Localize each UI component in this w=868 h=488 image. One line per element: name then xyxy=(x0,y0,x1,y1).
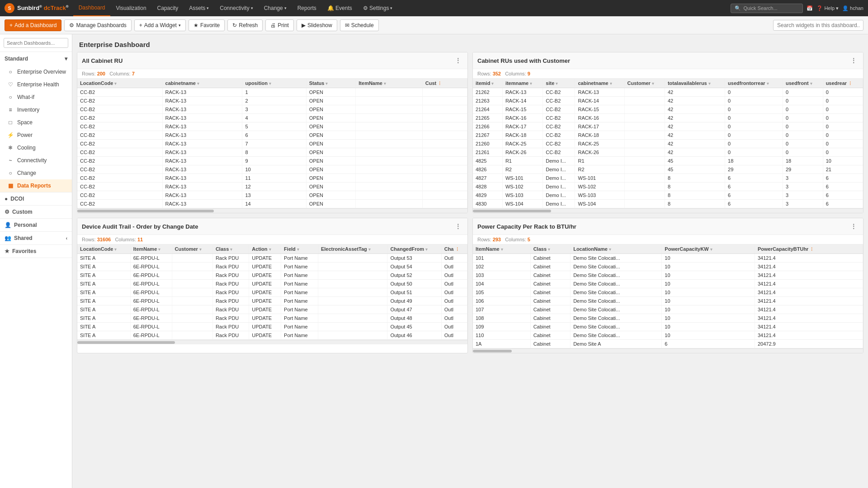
col-powerbtu[interactable]: PowerCapacityBTUhr ⋮ xyxy=(755,244,863,254)
sidebar-item-connectivity[interactable]: ~ Connectivity xyxy=(0,154,72,167)
sidebar-item-power[interactable]: ⚡ Power xyxy=(0,129,72,141)
table-row[interactable]: 103CabinetDemo Site Colocati...1034121.4 xyxy=(473,271,863,280)
table-row[interactable]: 21265RACK-16CC-B2RACK-1642000 xyxy=(473,114,863,122)
table-row[interactable]: 21266RACK-17CC-B2RACK-1742000 xyxy=(473,122,863,131)
table-row[interactable]: CC-B2RACK-1312OPEN xyxy=(77,183,467,191)
col-class[interactable]: Class ▾ xyxy=(212,244,249,254)
table-row[interactable]: 21264RACK-15CC-B2RACK-1542000 xyxy=(473,105,863,114)
col-customer[interactable]: Customer ▾ xyxy=(172,244,212,254)
col-itemid[interactable]: itemid ▾ xyxy=(473,79,502,88)
nav-events[interactable]: 🔔 Events xyxy=(322,0,358,16)
nav-visualization[interactable]: Visualization xyxy=(110,0,151,16)
col-locationcode[interactable]: LocationCode ▾ xyxy=(77,244,130,254)
nav-settings[interactable]: ⚙ Settings ▾ xyxy=(358,0,398,16)
table-row[interactable]: 21267RACK-18CC-B2RACK-1842000 xyxy=(473,131,863,140)
table-row[interactable]: 4829WS-103Demo I...WS-1038636 xyxy=(473,191,863,200)
widget-menu-icon-2[interactable]: ⋮ xyxy=(849,56,859,65)
nav-reports[interactable]: Reports xyxy=(292,0,322,16)
sidebar-item-whatif[interactable]: ○ What-if xyxy=(0,91,72,103)
table-row[interactable]: 4830WS-104Demo I...WS-1048636 xyxy=(473,200,863,208)
table-row[interactable]: 21261RACK-26CC-B2RACK-2642000 xyxy=(473,148,863,157)
table-row[interactable]: CC-B2RACK-1310OPEN xyxy=(77,165,467,174)
sidebar-shared[interactable]: 👥 Shared ‹ xyxy=(0,232,72,245)
help-button[interactable]: ❓ Help ▾ xyxy=(816,5,839,11)
table-row[interactable]: CC-B2RACK-1311OPEN xyxy=(77,174,467,183)
col-powerkw[interactable]: PowerCapacityKW ▾ xyxy=(662,244,755,254)
table-row[interactable]: SITE A6E-RPDU-LRack PDUUPDATEPort NameOu… xyxy=(77,314,467,323)
schedule-button[interactable]: ✉ Schedule xyxy=(340,19,379,31)
nav-connectivity[interactable]: Connectivity ▾ xyxy=(214,0,258,16)
sidebar-dcoi[interactable]: ● DCOI xyxy=(0,192,72,206)
widget-search-input[interactable] xyxy=(773,20,863,31)
sidebar-item-enterprise-overview[interactable]: ○ Enterprise Overview xyxy=(0,66,72,78)
table-row[interactable]: SITE A6E-RPDU-LRack PDUUPDATEPort NameOu… xyxy=(77,271,467,280)
table-row[interactable]: CC-B2RACK-135OPEN xyxy=(77,122,467,131)
table-row[interactable]: CC-B2RACK-139OPEN xyxy=(77,157,467,165)
col-cabinetname[interactable]: cabinetname ▾ xyxy=(162,79,242,88)
table-row[interactable]: 104CabinetDemo Site Colocati...1034121.4 xyxy=(473,280,863,288)
device-audit-table-wrapper[interactable]: LocationCode ▾ ItemName ▾ Customer ▾ Cla… xyxy=(77,244,467,340)
table-row[interactable]: 4827WS-101Demo I...WS-1018636 xyxy=(473,174,863,183)
table-row[interactable]: 4825R1Demo I...R145181810 xyxy=(473,157,863,165)
device-audit-scrollbar[interactable] xyxy=(77,340,467,344)
table-row[interactable]: 21263RACK-14CC-B2RACK-1442000 xyxy=(473,97,863,105)
table-row[interactable]: 106CabinetDemo Site Colocati...1034121.4 xyxy=(473,297,863,305)
cabinet-ru-customer-table-wrapper[interactable]: itemid ▾ itemname ▾ site ▾ cabinetname ▾… xyxy=(473,79,863,208)
calendar-button[interactable]: 📅 xyxy=(807,5,813,11)
col-class[interactable]: Class ▾ xyxy=(530,244,571,254)
col-usedrear[interactable]: usedrear ⋮ xyxy=(823,79,863,88)
table-row[interactable]: CC-B2RACK-132OPEN xyxy=(77,97,467,105)
add-widget-button[interactable]: + Add a Widget ▾ xyxy=(134,19,186,31)
table-row[interactable]: CC-B2RACK-1314OPEN xyxy=(77,200,467,208)
cabinet-ru-table-wrapper[interactable]: LocationCode ▾ cabinetname ▾ uposition ▾… xyxy=(77,79,467,208)
table-row[interactable]: 21262RACK-13CC-B2RACK-1342000 xyxy=(473,88,863,97)
sidebar-item-data-reports[interactable]: ▦ Data Reports xyxy=(0,179,72,192)
widget-menu-icon-4[interactable]: ⋮ xyxy=(849,222,859,231)
sidebar-custom[interactable]: ⚙ Custom xyxy=(0,206,72,219)
sidebar-favorites[interactable]: ★ Favorites xyxy=(0,245,72,258)
sidebar-item-enterprise-health[interactable]: ♡ Enterprise Health xyxy=(0,78,72,91)
table-row[interactable]: 102CabinetDemo Site Colocati...1034121.4 xyxy=(473,263,863,271)
col-usedfront[interactable]: usedfrontorrear ▾ xyxy=(725,79,783,88)
print-button[interactable]: 🖨 Print xyxy=(265,19,294,31)
table-row[interactable]: 101CabinetDemo Site Colocati...1034121.4 xyxy=(473,254,863,263)
col-itemname[interactable]: ItemName ▾ xyxy=(130,244,172,254)
table-row[interactable]: CC-B2RACK-134OPEN xyxy=(77,114,467,122)
nav-change[interactable]: Change ▾ xyxy=(259,0,292,16)
table-row[interactable]: 108CabinetDemo Site Colocati...1034121.4 xyxy=(473,314,863,323)
table-row[interactable]: CC-B2RACK-138OPEN xyxy=(77,148,467,157)
widget-menu-icon-3[interactable]: ⋮ xyxy=(453,222,463,231)
col-locationcode[interactable]: LocationCode ▾ xyxy=(77,79,162,88)
col-itemname[interactable]: ItemName ▾ xyxy=(473,244,530,254)
nav-capacity[interactable]: Capacity xyxy=(152,0,184,16)
cabinet-ru-scrollbar[interactable] xyxy=(77,208,467,213)
col-totalavail[interactable]: totalavailablerus ▾ xyxy=(665,79,725,88)
col-action[interactable]: Action ▾ xyxy=(249,244,281,254)
col-cha[interactable]: Cha ⋮ xyxy=(441,244,467,254)
col-cabinetname[interactable]: cabinetname ▾ xyxy=(575,79,624,88)
sidebar-item-space[interactable]: □ Space xyxy=(0,116,72,129)
col-site[interactable]: site ▾ xyxy=(543,79,575,88)
col-locationname[interactable]: LocationName ▾ xyxy=(571,244,662,254)
cabinet-ru-customer-scrollbar[interactable] xyxy=(473,208,863,213)
table-row[interactable]: SITE A6E-RPDU-LRack PDUUPDATEPort NameOu… xyxy=(77,288,467,297)
manage-dashboards-button[interactable]: ⚙ Manage Dashboards xyxy=(64,19,131,31)
col-itemname[interactable]: itemname ▾ xyxy=(502,79,542,88)
quick-search[interactable]: 🔍 Quick Search... xyxy=(731,4,803,13)
nav-dashboard[interactable]: Dashboard xyxy=(73,0,111,16)
col-customer[interactable]: Customer ▾ xyxy=(624,79,665,88)
table-row[interactable]: 109CabinetDemo Site Colocati...1034121.4 xyxy=(473,323,863,331)
refresh-button[interactable]: ↻ Refresh xyxy=(227,19,263,31)
table-row[interactable]: 21260RACK-25CC-B2RACK-2542000 xyxy=(473,140,863,148)
table-row[interactable]: 107CabinetDemo Site Colocati...1034121.4 xyxy=(473,305,863,314)
table-row[interactable]: CC-B2RACK-131OPEN xyxy=(77,88,467,97)
table-row[interactable]: CC-B2RACK-136OPEN xyxy=(77,131,467,140)
table-row[interactable]: 105CabinetDemo Site Colocati...1034121.4 xyxy=(473,288,863,297)
sidebar-item-change[interactable]: ○ Change xyxy=(0,167,72,179)
favorite-button[interactable]: ★ Favorite xyxy=(189,19,225,31)
table-row[interactable]: 4826R2Demo I...R245292921 xyxy=(473,165,863,174)
sidebar-item-inventory[interactable]: ≡ Inventory xyxy=(0,103,72,116)
power-capacity-table-wrapper[interactable]: ItemName ▾ Class ▾ LocationName ▾ PowerC… xyxy=(473,244,863,348)
standard-section-header[interactable]: Standard ▾ xyxy=(0,52,72,66)
table-row[interactable]: CC-B2RACK-133OPEN xyxy=(77,105,467,114)
